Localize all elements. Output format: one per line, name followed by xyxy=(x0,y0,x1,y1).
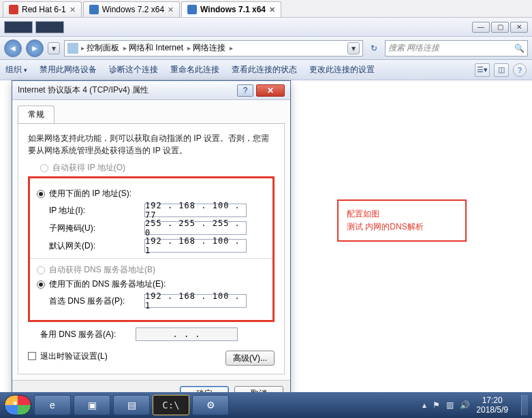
dns2-label: 备用 DNS 服务器(A): xyxy=(40,329,136,340)
close-button[interactable]: ✕ xyxy=(510,22,528,33)
volume-icon[interactable]: 🔊 xyxy=(460,400,470,410)
breadcrumb-dropdown[interactable]: ▾ xyxy=(347,42,360,54)
ipv4-properties-dialog: Internet 协议版本 4 (TCP/IPv4) 属性 ? ✕ 常规 如果网… xyxy=(12,80,291,407)
validate-checkbox[interactable] xyxy=(28,352,36,360)
desktop-thumbnails xyxy=(4,21,64,33)
use-dns-label: 使用下面的 DNS 服务器地址(E): xyxy=(49,278,166,290)
crumb-label[interactable]: 网络连接 xyxy=(193,42,225,54)
taskbar-cmd[interactable]: C:\ xyxy=(153,395,189,415)
refresh-button[interactable]: ↻ xyxy=(367,42,381,55)
view-options-button[interactable]: ☰▾ xyxy=(475,63,490,77)
search-icon: 🔍 xyxy=(514,44,525,53)
close-icon[interactable]: ✕ xyxy=(269,5,275,14)
ip-address-input[interactable]: 192 . 168 . 100 . 77 xyxy=(144,204,247,217)
annotation-line: 配置如图 xyxy=(347,208,457,221)
dns1-input[interactable]: 192 . 168 . 100 . 1 xyxy=(144,294,247,308)
vm-tab-redhat[interactable]: Red Hat 6-1 ✕ xyxy=(3,1,82,17)
system-tray: ▴ ⚑ ▥ 🔊 17:20 2018/5/9 xyxy=(422,395,528,415)
network-icon[interactable]: ▥ xyxy=(446,400,454,410)
taskbar-network[interactable]: ⚙ xyxy=(192,395,229,415)
subnet-mask-input[interactable]: 255 . 255 . 255 . 0 xyxy=(144,221,247,235)
clock-date: 2018/5/9 xyxy=(476,405,508,415)
back-button[interactable]: ◄ xyxy=(4,39,22,57)
windows-icon xyxy=(89,5,99,14)
taskbar-ie[interactable]: e xyxy=(34,395,71,415)
content-area: Internet 协议版本 4 (TCP/IPv4) 属性 ? ✕ 常规 如果网… xyxy=(0,80,532,400)
preview-pane-button[interactable]: ◫ xyxy=(494,63,509,77)
thumbnail[interactable] xyxy=(4,21,33,33)
disable-device-button[interactable]: 禁用此网络设备 xyxy=(40,64,97,76)
auto-dns-label: 自动获得 DNS 服务器地址(B) xyxy=(49,264,155,276)
start-button[interactable] xyxy=(4,395,31,415)
auto-ip-label: 自动获得 IP 地址(O) xyxy=(52,162,125,174)
tray-up-icon[interactable]: ▴ xyxy=(422,400,426,410)
explorer-address-bar: ◄ ► ▾ ▸控制面板 ▸网络和 Internet ▸网络连接 ▸ ▾ ↻ 搜索… xyxy=(0,37,532,60)
vm-tab-win72[interactable]: Windows 7.2 x64 ✕ xyxy=(83,1,180,17)
vm-tab-label: Windows 7.2 x64 xyxy=(102,5,164,14)
subnet-mask-label: 子网掩码(U): xyxy=(49,223,144,234)
search-input[interactable]: 搜索 网络连接 🔍 xyxy=(385,40,528,57)
annotation-line: 测试 内网的DNS解析 xyxy=(347,221,457,234)
organize-menu[interactable]: 组织 xyxy=(5,64,27,76)
taskbar-explorer-window[interactable]: ▤ xyxy=(113,395,150,415)
dns2-input[interactable]: . . . xyxy=(136,327,238,341)
dns1-label: 首选 DNS 服务器(P): xyxy=(49,295,144,307)
use-dns-radio[interactable] xyxy=(37,280,45,289)
ip-address-label: IP 地址(I): xyxy=(49,205,144,216)
vm-tab-label: Red Hat 6-1 xyxy=(22,5,66,14)
close-icon[interactable]: ✕ xyxy=(168,5,174,14)
taskbar-explorer[interactable]: ▣ xyxy=(74,395,110,415)
redhat-icon xyxy=(9,5,18,14)
gateway-label: 默认网关(D): xyxy=(49,240,144,252)
highlight-box-ip: 使用下面的 IP 地址(S): IP 地址(I): 192 . 168 . 10… xyxy=(28,176,275,322)
diagnose-button[interactable]: 诊断这个连接 xyxy=(109,64,158,76)
show-desktop-button[interactable] xyxy=(521,395,528,415)
vm-tab-strip: Red Hat 6-1 ✕ Windows 7.2 x64 ✕ Windows … xyxy=(0,0,532,18)
clock[interactable]: 17:20 2018/5/9 xyxy=(476,396,511,415)
vm-tab-win71[interactable]: Windows 7.1 x64 ✕ xyxy=(181,1,281,17)
use-ip-label: 使用下面的 IP 地址(S): xyxy=(49,188,131,199)
clock-time: 17:20 xyxy=(476,396,508,405)
description-text: 如果网络支持此功能，则可以获取自动指派的 IP 设置。否则，您需要从网络系统管理… xyxy=(28,132,275,157)
auto-ip-radio xyxy=(40,164,48,172)
annotation-box: 配置如图 测试 内网的DNS解析 xyxy=(337,199,467,242)
validate-label: 退出时验证设置(L) xyxy=(40,351,108,362)
vm-tab-label: Windows 7.1 x64 xyxy=(200,5,266,14)
tab-strip: 常规 xyxy=(18,106,285,124)
dialog-title: Internet 协议版本 4 (TCP/IPv4) 属性 xyxy=(18,84,237,96)
crumb-label[interactable]: 控制面板 xyxy=(87,42,119,54)
tab-general[interactable]: 常规 xyxy=(18,106,54,123)
forward-button[interactable]: ► xyxy=(26,39,44,57)
history-dropdown[interactable]: ▾ xyxy=(48,42,60,54)
maximize-button[interactable]: ▢ xyxy=(491,22,509,33)
help-button[interactable]: ? xyxy=(237,84,253,97)
action-center-icon[interactable]: ⚑ xyxy=(433,400,440,410)
auto-dns-radio xyxy=(37,266,45,274)
windows-icon xyxy=(187,5,197,14)
use-ip-radio[interactable] xyxy=(37,190,45,198)
control-panel-icon xyxy=(67,43,78,54)
close-button[interactable]: ✕ xyxy=(256,84,285,97)
gateway-input[interactable]: 192 . 168 . 100 . 1 xyxy=(144,239,247,253)
guest-window-chrome: — ▢ ✕ xyxy=(0,18,532,37)
help-button[interactable]: ? xyxy=(513,63,527,77)
close-icon[interactable]: ✕ xyxy=(69,5,76,14)
rename-button[interactable]: 重命名此连接 xyxy=(170,64,219,76)
breadcrumb[interactable]: ▸控制面板 ▸网络和 Internet ▸网络连接 ▸ ▾ xyxy=(64,40,363,57)
thumbnail[interactable] xyxy=(35,21,64,33)
command-bar: 组织 禁用此网络设备 诊断这个连接 重命名此连接 查看此连接的状态 更改此连接的… xyxy=(0,60,532,80)
taskbar: e ▣ ▤ C:\ ⚙ ▴ ⚑ ▥ 🔊 17:20 2018/5/9 xyxy=(0,392,532,418)
view-status-button[interactable]: 查看此连接的状态 xyxy=(232,64,297,76)
change-settings-button[interactable]: 更改此连接的设置 xyxy=(309,64,375,76)
minimize-button[interactable]: — xyxy=(472,22,490,33)
advanced-button[interactable]: 高级(V)... xyxy=(225,351,275,366)
search-placeholder: 搜索 网络连接 xyxy=(388,42,439,54)
dialog-titlebar[interactable]: Internet 协议版本 4 (TCP/IPv4) 属性 ? ✕ xyxy=(12,81,290,100)
crumb-label[interactable]: 网络和 Internet xyxy=(129,42,183,54)
